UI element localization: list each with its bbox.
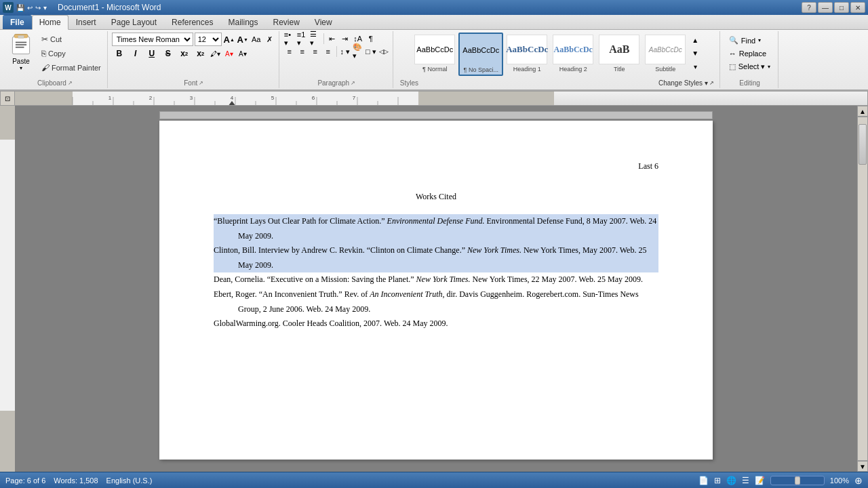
shading-button[interactable]: 🎨 ▾ — [352, 45, 364, 58]
style-heading2[interactable]: AaBbCcDc Heading 2 — [551, 33, 595, 75]
subscript-button[interactable]: x2 — [177, 47, 192, 60]
view-fullscreen-btn[interactable]: ⊞ — [714, 476, 721, 485]
quick-access-customize[interactable]: ▾ — [43, 4, 47, 12]
close-btn[interactable]: ✕ — [850, 2, 865, 13]
clear-format-button[interactable]: ✗ — [264, 33, 276, 45]
style-heading1[interactable]: AaBbCcDc Heading 1 — [505, 33, 549, 75]
format-painter-button[interactable]: 🖌 Format Painter — [38, 61, 104, 75]
clipboard-group: Paste ▾ ✂ Cut ⎘ Copy 🖌 Format Painter Cl — [3, 31, 108, 88]
scrollbar-thumb[interactable] — [859, 124, 867, 165]
clipboard-expand[interactable]: ↗ — [68, 80, 73, 86]
paste-button[interactable]: Paste ▾ — [5, 33, 37, 72]
content-area[interactable]: Last 6 Works Cited “Blueprint Lays Out C… — [15, 106, 857, 472]
ribbon-tabs: File Home Insert Page Layout References … — [0, 15, 868, 30]
shrink-font-button[interactable]: A▼ — [237, 33, 249, 45]
view-outline-btn[interactable]: ☰ — [742, 476, 749, 485]
tab-page-layout[interactable]: Page Layout — [104, 15, 164, 29]
tab-references[interactable]: References — [164, 15, 220, 29]
grow-font-button[interactable]: A▲ — [223, 33, 235, 45]
tab-insert[interactable]: Insert — [68, 15, 104, 29]
scroll-down-btn[interactable]: ▼ — [857, 461, 868, 472]
change-styles-button[interactable]: Change Styles ▾ ↗ — [658, 79, 714, 87]
style-title[interactable]: AaB Title — [597, 33, 642, 75]
quick-access-undo[interactable]: ↩ — [27, 4, 33, 12]
scrollbar-track[interactable] — [857, 117, 868, 461]
svg-text:6: 6 — [312, 95, 315, 101]
zoom-slider[interactable] — [770, 476, 825, 485]
tab-home[interactable]: Home — [32, 15, 68, 30]
view-draft-btn[interactable]: 📝 — [755, 476, 765, 485]
paste-dropdown[interactable]: ▾ — [20, 65, 22, 71]
citation-4[interactable]: Ebert, Roger. “An Inconvenient Truth.” R… — [214, 287, 658, 317]
font-size-select[interactable]: 12 — [195, 33, 222, 46]
svg-rect-9 — [73, 92, 418, 105]
find-button[interactable]: 🔍 Find ▾ — [724, 34, 766, 47]
bullets-button[interactable]: ≡• ▾ — [283, 33, 296, 45]
change-case-button[interactable]: Aa — [250, 33, 262, 45]
svg-rect-36 — [0, 140, 15, 411]
style-subtitle[interactable]: AaBbCcDc Subtitle — [643, 33, 688, 75]
indent-dec-button[interactable]: ◁▷ — [378, 45, 390, 58]
copy-button[interactable]: ⎘ Copy — [38, 47, 104, 60]
borders-button[interactable]: □ ▾ — [365, 45, 377, 58]
editing-content: 🔍 Find ▾ ↔ Replace ⬚ Select ▾ ▾ — [724, 31, 776, 78]
zoom-in-btn[interactable]: ⊕ — [854, 475, 863, 486]
select-label: Select ▾ — [738, 62, 766, 71]
document-page[interactable]: Last 6 Works Cited “Blueprint Lays Out C… — [159, 121, 713, 460]
ruler-corner[interactable]: ⊡ — [0, 91, 15, 106]
underline-button[interactable]: U — [144, 47, 159, 60]
decrease-indent-button[interactable]: ⇤ — [326, 33, 338, 45]
justify-button[interactable]: ≡ — [322, 45, 334, 58]
citation-5[interactable]: GlobalWarming.org. Cooler Heads Coalitio… — [214, 317, 658, 331]
find-label: Find — [741, 37, 755, 45]
style-nospace[interactable]: AaBbCcDc ¶ No Spaci... — [458, 33, 503, 76]
multilevel-button[interactable]: ☰ ▾ — [309, 33, 321, 45]
tab-mailings[interactable]: Mailings — [220, 15, 265, 29]
replace-button[interactable]: ↔ Replace — [724, 47, 771, 60]
italic-button[interactable]: I — [128, 47, 143, 60]
font-name-select[interactable]: Times New Roman — [112, 33, 193, 46]
font-expand[interactable]: ↗ — [199, 80, 203, 86]
bold-button[interactable]: B — [112, 47, 127, 60]
zoom-thumb[interactable] — [795, 476, 800, 485]
minimize-btn[interactable]: — — [818, 2, 833, 13]
select-button[interactable]: ⬚ Select ▾ ▾ — [724, 60, 776, 73]
help-btn[interactable]: ? — [802, 2, 816, 13]
increase-indent-button[interactable]: ⇥ — [339, 33, 351, 45]
quick-access-save[interactable]: 💾 — [16, 4, 24, 12]
styles-scroll-down[interactable]: ▼ — [689, 47, 701, 60]
quick-access-redo[interactable]: ↪ — [35, 4, 41, 12]
maximize-btn[interactable]: □ — [834, 2, 849, 13]
font-color-button[interactable]: A▾ — [223, 47, 235, 60]
citation-1[interactable]: “Blueprint Lays Out Clear Path for Clima… — [214, 214, 658, 243]
styles-more[interactable]: ▾ — [689, 60, 701, 73]
paragraph-expand[interactable]: ↗ — [351, 80, 355, 86]
view-web-btn[interactable]: 🌐 — [726, 476, 736, 485]
align-left-button[interactable]: ≡ — [283, 45, 296, 58]
align-right-button[interactable]: ≡ — [309, 45, 321, 58]
text-effects-button[interactable]: A▾ — [237, 47, 249, 60]
editing-group: 🔍 Find ▾ ↔ Replace ⬚ Select ▾ ▾ Editing — [722, 31, 779, 88]
styles-expand[interactable]: ↗ — [709, 80, 714, 86]
tab-file[interactable]: File — [3, 15, 32, 29]
style-normal[interactable]: AaBbCcDc ¶ Normal — [412, 33, 457, 75]
text-highlight-button[interactable]: 🖍▾ — [210, 47, 222, 60]
line-spacing-button[interactable]: ↕ ▾ — [339, 45, 351, 58]
superscript-button[interactable]: x2 — [193, 47, 208, 60]
numbering-button[interactable]: ≡1 ▾ — [296, 33, 309, 45]
para-content: ≡• ▾ ≡1 ▾ ☰ ▾ ⇤ ⇥ ↕A ¶ ≡ ≡ ≡ ≡ ↕ ▾ 🎨 ▾ □… — [283, 31, 390, 78]
scroll-up-btn[interactable]: ▲ — [857, 106, 868, 117]
view-print-btn[interactable]: 📄 — [698, 476, 709, 485]
svg-text:3: 3 — [190, 95, 193, 101]
align-center-button[interactable]: ≡ — [296, 45, 309, 58]
tab-view[interactable]: View — [307, 15, 340, 29]
citation-2[interactable]: Clinton, Bill. Interview by Andrew C. Re… — [214, 243, 658, 272]
cut-button[interactable]: ✂ Cut — [38, 33, 104, 46]
strikethrough-button[interactable]: S — [161, 47, 176, 60]
style-title-preview: AaB — [599, 35, 639, 64]
styles-scroll-buttons: ▲ ▼ ▾ — [689, 34, 701, 73]
citation-3[interactable]: Dean, Cornelia. “Executive on a Mission:… — [214, 272, 658, 287]
show-hide-button[interactable]: ¶ — [365, 33, 377, 45]
tab-review[interactable]: Review — [265, 15, 307, 29]
styles-scroll-up[interactable]: ▲ — [689, 35, 701, 47]
